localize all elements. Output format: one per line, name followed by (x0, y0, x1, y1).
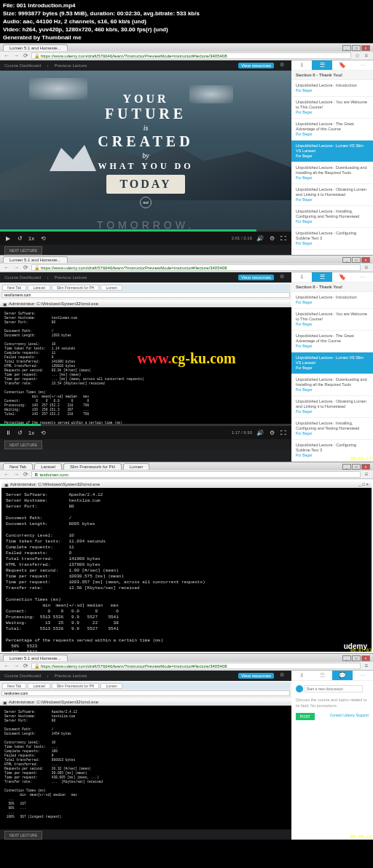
tab-download-icon[interactable]: ⬇ (291, 60, 312, 71)
rewind-icon[interactable]: ↺ (16, 235, 23, 242)
close-icon[interactable]: × (361, 464, 370, 470)
view-resources-button[interactable]: View resources (238, 275, 274, 280)
course-dashboard-link[interactable]: Course Dashboard (4, 275, 41, 280)
lecture-item[interactable]: Unpublished Lecture : IntroductionPor Be… (291, 292, 373, 309)
lecture-item[interactable]: Unpublished Lecture : Obtaining Lumen an… (291, 184, 373, 206)
inner-tab[interactable]: Slim Framework for PH (52, 285, 100, 291)
discussion-input[interactable] (305, 685, 363, 693)
speed-button[interactable]: 1x (28, 235, 35, 242)
reload-icon[interactable]: ⟳ (22, 663, 29, 670)
lecture-item[interactable]: Unpublished Lecture : Installing, Config… (291, 418, 373, 440)
minimize-icon[interactable]: _ (342, 464, 351, 470)
minimize-icon[interactable]: _ (342, 45, 351, 51)
reload-icon[interactable]: ⟳ (22, 52, 29, 60)
url-input[interactable]: 🔒https://www.udemy.com/draft/576646/lear… (31, 663, 361, 669)
view-resources-button[interactable]: View resources (238, 673, 274, 679)
play-icon[interactable]: ▶ (4, 235, 12, 242)
next-lecture-button[interactable]: NEXT LECTURE (4, 246, 42, 255)
lecture-item[interactable]: Unpublished Lecture : Downloading and In… (291, 374, 373, 396)
tab-more-icon[interactable]: ⋯ (353, 272, 373, 283)
previous-lecture-link[interactable]: Previous Lecture (54, 674, 87, 678)
lecture-item[interactable]: Unpublished Lecture : Installing, Config… (291, 206, 373, 228)
reload-icon[interactable]: ⟳ (22, 264, 29, 272)
tab-curriculum-icon[interactable]: ☰ (312, 272, 332, 283)
settings-icon[interactable]: ⚙ (268, 235, 275, 242)
star-icon[interactable]: ☆ (353, 52, 361, 60)
support-link[interactable]: Contact Udemy Support (330, 713, 369, 717)
tab-bookmark-icon[interactable]: 🔖 (332, 272, 353, 283)
gear-icon[interactable]: ⚙ (280, 274, 287, 281)
menu-icon[interactable]: ≡ (363, 471, 370, 478)
gear-icon[interactable]: ⚙ (280, 62, 287, 69)
video-progress-bar[interactable] (0, 424, 291, 426)
next-lecture-button[interactable]: NEXT LECTURE (4, 831, 42, 840)
lecture-item[interactable]: Unpublished Lecture : The Great Advantag… (291, 331, 373, 352)
minimize-icon[interactable]: _ (342, 257, 351, 263)
lecture-item[interactable]: Unpublished Lecture : The Great Advantag… (291, 119, 373, 141)
lecture-item[interactable]: Unpublished Lecture : IntroductionPor Be… (291, 80, 373, 97)
rewind-icon[interactable]: ↺ (16, 430, 23, 436)
inner-url-input[interactable]: test/lumens.com (1, 292, 290, 298)
browser-tab[interactable]: New Tab (3, 463, 33, 470)
lecture-item[interactable]: Unpublished Lecture : You are Welcome to… (291, 309, 373, 331)
course-dashboard-link[interactable]: Course Dashboard (4, 63, 41, 68)
view-resources-button[interactable]: View resources (238, 63, 274, 68)
forward-icon[interactable]: → (12, 264, 20, 272)
inner-tab[interactable]: Laravel (28, 285, 50, 291)
video-player[interactable]: New Tab Laravel Slim Framework for PH Lu… (0, 681, 291, 829)
loop-icon[interactable]: ⟲ (39, 430, 47, 436)
close-icon[interactable]: × (361, 45, 370, 51)
inner-tab[interactable]: Lumen (101, 683, 122, 689)
maximize-icon[interactable]: □ (352, 45, 361, 51)
volume-icon[interactable]: 🔊 (256, 235, 264, 242)
lecture-item[interactable]: Unpublished Lecture : Configuring Sublim… (291, 228, 373, 250)
maximize-icon[interactable]: □ (352, 464, 361, 470)
tab-download-icon[interactable]: ⬇ (291, 272, 312, 283)
tab-download-icon[interactable]: ⬇ (291, 671, 312, 681)
video-progress-bar[interactable] (0, 229, 291, 232)
inner-tab[interactable]: Slim Framework for PH (52, 683, 100, 689)
minimize-icon[interactable]: _ (342, 655, 351, 661)
back-icon[interactable]: ← (3, 264, 10, 272)
browser-tab[interactable]: Lumen 5.1 and Homeste... (3, 44, 68, 51)
back-icon[interactable]: ← (3, 52, 10, 60)
tab-bookmark-icon[interactable]: 🔖 (332, 60, 353, 71)
menu-icon[interactable]: ≡ (363, 264, 370, 272)
close-icon[interactable]: × (361, 257, 370, 263)
lecture-item[interactable]: Unpublished Lecture : Downloading and In… (291, 162, 373, 184)
back-icon[interactable]: ← (3, 663, 10, 670)
volume-icon[interactable]: 🔊 (256, 430, 264, 436)
inner-url-input[interactable]: testlumen.com (1, 690, 290, 696)
inner-tab[interactable]: Laravel (28, 683, 50, 689)
back-icon[interactable]: ← (3, 471, 10, 478)
loop-icon[interactable]: ⟲ (39, 235, 47, 242)
browser-tab[interactable]: Laravel (34, 463, 62, 470)
tab-discussion-icon[interactable]: 💬 (332, 671, 353, 681)
tab-curriculum-icon[interactable]: ☰ (312, 671, 332, 681)
maximize-icon[interactable]: □ (352, 655, 361, 661)
close-icon[interactable]: × (361, 655, 370, 661)
url-input[interactable]: 🗎 testlumen.com (31, 471, 361, 478)
settings-icon[interactable]: ⚙ (268, 430, 275, 436)
inner-tab[interactable]: Lumen (101, 285, 122, 291)
maximize-icon[interactable]: □ (352, 257, 361, 263)
chevron-left-icon[interactable]: ‹ (47, 63, 48, 68)
forward-icon[interactable]: → (12, 471, 20, 478)
video-player[interactable]: New Tab Laravel Slim Framework for PH Lu… (0, 283, 291, 439)
tab-more-icon[interactable]: ⋯ (353, 60, 373, 71)
section-header[interactable]: Section 0 - Thank You! (291, 283, 373, 292)
previous-lecture-link[interactable]: Previous Lecture (54, 63, 87, 68)
lecture-item[interactable]: Unpublished Lecture : Obtaining Lumen an… (291, 396, 373, 418)
next-lecture-button[interactable]: NEXT LECTURE (4, 441, 42, 449)
section-header[interactable]: Section 0 - Thank You! (291, 71, 373, 80)
chevron-left-icon[interactable]: ‹ (47, 275, 48, 280)
lecture-item[interactable]: Unpublished Lecture : Lumen VS Slim VS L… (291, 352, 373, 374)
url-input[interactable]: 🔒https://www.udemy.com/draft/576646/lear… (31, 264, 361, 271)
menu-icon[interactable]: ≡ (363, 663, 370, 670)
url-input[interactable]: 🔒https://www.udemy.com/draft/576646/lear… (31, 52, 351, 59)
inner-tab[interactable]: New Tab (2, 285, 26, 291)
browser-tab[interactable]: Lumen (123, 463, 149, 470)
gear-icon[interactable]: ⚙ (280, 672, 287, 679)
browser-tab[interactable]: Lumen 5.1 and Homeste... (3, 256, 68, 263)
video-player[interactable]: YOUR FUTURE is CREATED by WHAT YOU DO TO… (0, 71, 291, 245)
